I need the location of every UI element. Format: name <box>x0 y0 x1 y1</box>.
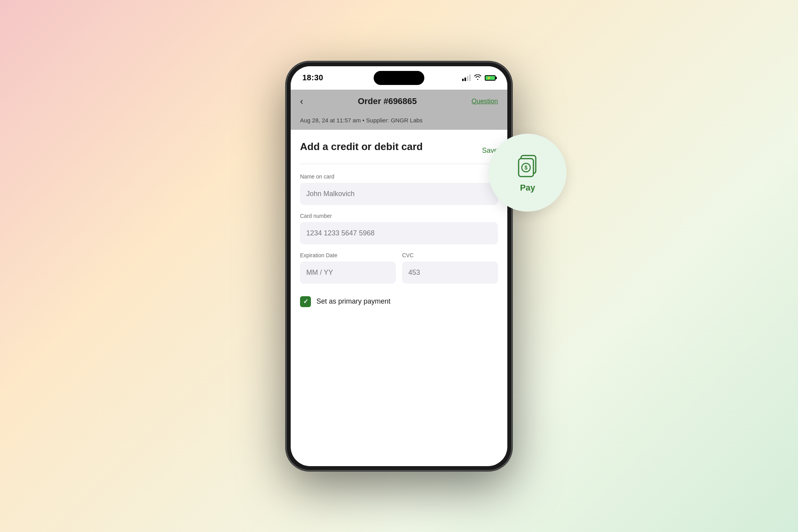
back-button[interactable]: ‹ <box>300 96 303 107</box>
pay-badge: $ Pay <box>489 134 567 212</box>
pay-label: Pay <box>520 183 535 193</box>
primary-payment-row: ✓ Set as primary payment <box>300 296 498 307</box>
battery-icon: ⚡ <box>485 75 496 81</box>
expiry-label: Expiration Date <box>300 252 396 258</box>
divider <box>300 164 498 164</box>
svg-text:$: $ <box>524 164 528 171</box>
phone-screen: 18:30 <box>291 66 507 466</box>
status-time: 18:30 <box>302 73 323 82</box>
expiry-col: Expiration Date <box>300 252 396 292</box>
card-label: Card number <box>300 213 498 219</box>
form-title: Add a credit or debit card <box>300 141 423 153</box>
expiry-input[interactable] <box>300 262 396 284</box>
dynamic-island <box>374 71 424 85</box>
nav-bar: ‹ Order #696865 Question <box>291 90 507 113</box>
nav-title: Order #696865 <box>358 96 417 106</box>
primary-payment-checkbox[interactable]: ✓ <box>300 296 311 307</box>
pay-dollar-icon: $ <box>514 152 541 180</box>
name-input[interactable] <box>300 183 498 205</box>
cvc-input[interactable] <box>402 262 498 284</box>
status-icons: ⚡ <box>462 74 496 81</box>
signal-icon <box>462 74 471 81</box>
card-input[interactable] <box>300 222 498 244</box>
content-area: Add a credit or debit card Save Name on … <box>291 130 507 318</box>
phone-frame: 18:30 <box>286 62 512 471</box>
sub-header: Aug 28, 24 at 11:57 am • Supplier: GNGR … <box>291 113 507 130</box>
date-cvc-row: Expiration Date CVC <box>300 252 498 292</box>
scene: 18:30 <box>267 52 531 481</box>
question-link[interactable]: Question <box>471 97 498 105</box>
primary-payment-label: Set as primary payment <box>316 297 390 306</box>
name-label: Name on card <box>300 173 498 180</box>
status-bar: 18:30 <box>291 66 507 90</box>
checkmark-icon: ✓ <box>303 298 308 305</box>
cvc-label: CVC <box>402 252 498 258</box>
order-meta: Aug 28, 24 at 11:57 am • Supplier: GNGR … <box>300 117 423 124</box>
section-header: Add a credit or debit card Save <box>300 141 498 161</box>
cvc-col: CVC <box>402 252 498 292</box>
wifi-icon <box>474 74 482 81</box>
